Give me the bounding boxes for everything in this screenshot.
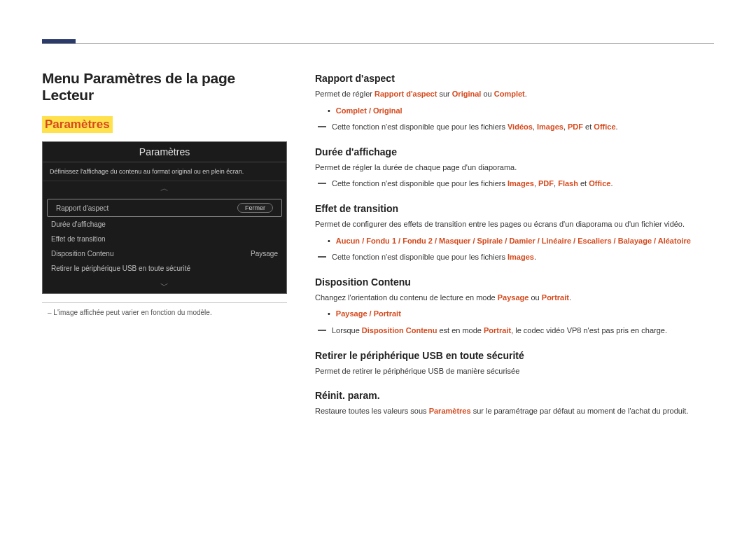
txt: Cette fonction n'est disponible que pour… — [332, 179, 507, 188]
kw: Portrait — [542, 293, 569, 302]
note-text: Cette fonction n'est disponible que pour… — [332, 121, 618, 134]
kw: Disposition Contenu — [362, 326, 438, 335]
note-text: Cette fonction n'est disponible que pour… — [332, 251, 536, 264]
ui-row-label: Disposition Contenu — [51, 250, 114, 258]
page-title: Menu Paramètres de la page Lecteur — [42, 70, 287, 104]
ui-row-aspect[interactable]: Rapport d'aspect Fermer — [47, 199, 282, 217]
settings-ui-preview: Paramètres Définissez l'affichage du con… — [42, 141, 287, 294]
note: Cette fonction n'est disponible que pour… — [315, 121, 714, 134]
kw: Images — [507, 253, 534, 261]
ui-row-label: Retirer le périphérique USB en toute séc… — [51, 265, 190, 272]
dash-icon — [318, 330, 326, 331]
sec-title: Durée d'affichage — [315, 146, 714, 157]
sec-body: Permet de configurer des effets de trans… — [315, 218, 714, 231]
ui-row-label: Durée d'affichage — [51, 220, 106, 228]
txt: Lorsque — [332, 326, 362, 335]
kw: Original — [452, 90, 482, 98]
ui-list: Rapport d'aspect Fermer Durée d'affichag… — [43, 196, 286, 279]
note: Cette fonction n'est disponible que pour… — [315, 178, 714, 190]
main-content: Menu Paramètres de la page Lecteur Param… — [42, 70, 714, 430]
txt: ou — [481, 90, 493, 98]
section-highlight: Paramètres — [42, 116, 113, 133]
kw: Complet / Original — [336, 106, 402, 115]
txt: Cette fonction n'est disponible que pour… — [332, 122, 507, 131]
dash-icon — [318, 183, 326, 184]
kw: Rapport d'aspect — [374, 90, 437, 98]
sec-body: Permet de régler Rapport d'aspect sur Or… — [315, 88, 714, 101]
ui-row-transition[interactable]: Effet de transition — [43, 232, 286, 246]
txt: et — [578, 179, 589, 188]
kw: Portrait — [484, 326, 511, 335]
close-button[interactable]: Fermer — [237, 203, 273, 213]
sec-body: Changez l'orientation du contenu de lect… — [315, 292, 714, 304]
header-rule — [42, 43, 714, 44]
divider — [42, 302, 287, 303]
kw: Office — [594, 122, 615, 131]
kw: Flash — [558, 179, 578, 188]
sec-title: Disposition Contenu — [315, 276, 714, 288]
sec-body: Restaure toutes les valeurs sous Paramèt… — [315, 405, 714, 418]
ui-subtitle: Définissez l'affichage du contenu au for… — [43, 162, 286, 181]
ui-row-label: Rapport d'aspect — [56, 204, 108, 212]
txt: ou — [528, 293, 541, 302]
chevron-up-icon: ︿ — [43, 181, 286, 196]
kw: Vidéos — [507, 122, 533, 131]
chevron-down-icon: ﹀ — [43, 279, 286, 293]
note: Cette fonction n'est disponible que pour… — [315, 251, 714, 264]
txt: . — [616, 122, 618, 131]
txt: sur — [437, 90, 451, 98]
bullet: Paysage / Portrait — [315, 308, 714, 321]
section-rapport: Rapport d'aspect Permet de régler Rappor… — [315, 73, 714, 134]
txt: . — [525, 90, 527, 98]
bullet: Aucun / Fondu 1 / Fondu 2 / Masquer / Sp… — [315, 235, 714, 248]
txt: . — [569, 293, 571, 302]
kw: Paysage / Portrait — [336, 309, 401, 318]
section-usb: Retirer le périphérique USB en toute séc… — [315, 350, 714, 378]
kw: PDF — [568, 122, 583, 131]
ui-header: Paramètres — [43, 142, 286, 162]
sec-title: Réinit. param. — [315, 390, 714, 401]
txt: . — [610, 179, 612, 188]
kw: Paramètres — [429, 407, 471, 415]
txt: Restaure toutes les valeurs sous — [315, 407, 429, 415]
section-dispo: Disposition Contenu Changez l'orientatio… — [315, 276, 714, 337]
kw: PDF — [538, 179, 554, 188]
txt: , le codec vidéo VP8 n'est pas pris en c… — [511, 326, 667, 335]
kw: Images — [537, 122, 564, 131]
txt: sur le paramétrage par défaut au moment … — [471, 407, 689, 415]
sec-title: Rapport d'aspect — [315, 73, 714, 84]
kw: Images — [507, 179, 534, 188]
note-text: Cette fonction n'est disponible que pour… — [332, 178, 612, 190]
ui-row-value: Paysage — [251, 250, 278, 258]
sec-body: Permet de retirer le périphérique USB de… — [315, 365, 714, 378]
left-column: Menu Paramètres de la page Lecteur Param… — [42, 70, 287, 430]
section-duree: Durée d'affichage Permet de régler la du… — [315, 146, 714, 190]
kw: Aucun / Fondu 1 / Fondu 2 / Masquer / Sp… — [336, 237, 691, 245]
note-text: Lorsque Disposition Contenu est en mode … — [332, 325, 667, 337]
txt: Cette fonction n'est disponible que pour… — [332, 253, 507, 261]
right-column: Rapport d'aspect Permet de régler Rappor… — [315, 70, 714, 430]
footnote: – L'image affichée peut varier en foncti… — [42, 309, 287, 316]
section-effet: Effet de transition Permet de configurer… — [315, 203, 714, 264]
ui-row-duration[interactable]: Durée d'affichage — [43, 217, 286, 232]
txt: . — [534, 253, 536, 261]
ui-row-usb[interactable]: Retirer le périphérique USB en toute séc… — [43, 261, 286, 276]
txt: Changez l'orientation du contenu de lect… — [315, 293, 498, 302]
txt: Permet de régler — [315, 90, 374, 98]
kw: Office — [589, 179, 610, 188]
txt: est en mode — [437, 326, 484, 335]
bullet: Complet / Original — [315, 105, 714, 118]
sec-body: Permet de régler la durée de chaque page… — [315, 162, 714, 174]
txt: et — [583, 122, 594, 131]
sec-title: Retirer le périphérique USB en toute séc… — [315, 350, 714, 361]
kw: Complet — [494, 90, 525, 98]
ui-row-label: Effet de transition — [51, 235, 106, 243]
kw: Paysage — [498, 293, 529, 302]
dash-icon — [318, 126, 326, 127]
sec-title: Effet de transition — [315, 203, 714, 214]
ui-row-layout[interactable]: Disposition Contenu Paysage — [43, 246, 286, 261]
section-reinit: Réinit. param. Restaure toutes les valeu… — [315, 390, 714, 418]
note: Lorsque Disposition Contenu est en mode … — [315, 325, 714, 337]
dash-icon — [318, 256, 326, 258]
